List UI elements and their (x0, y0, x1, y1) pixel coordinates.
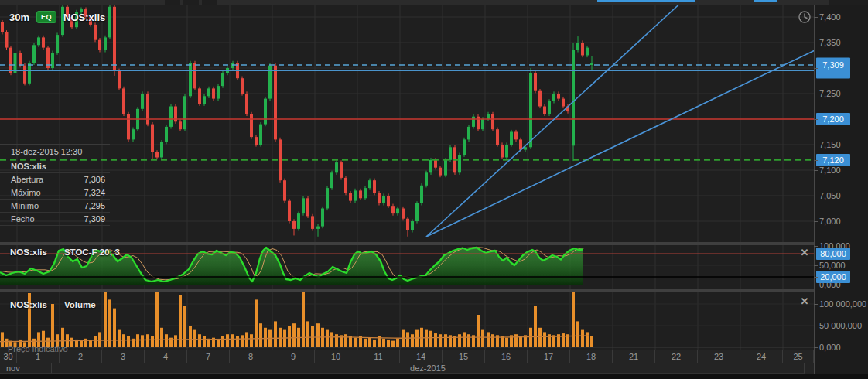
candle-body (411, 221, 414, 230)
price-level-label[interactable]: 7,120 (816, 154, 850, 166)
data-window-row: Máximo7,324 (0, 186, 110, 200)
indicative-price-label: Preço indicativo (8, 344, 68, 353)
volume-bar (529, 328, 532, 347)
volume-bar (586, 332, 589, 347)
trend-line[interactable] (426, 0, 684, 237)
volume-bar (487, 332, 490, 347)
volume-bar (203, 336, 206, 347)
volume-bar (264, 328, 267, 347)
day-cell-21: 21 (613, 350, 655, 364)
candle-body (288, 201, 291, 221)
axis-tick (814, 347, 818, 348)
candle-body (255, 137, 258, 145)
volume-bar (534, 306, 537, 347)
volume-bar (279, 328, 282, 347)
volume-bar (354, 338, 357, 347)
volume-bar (250, 334, 253, 347)
toolbar-block (183, 0, 199, 5)
volume-indicator-label[interactable]: Volume (64, 300, 96, 309)
candle-body (311, 216, 314, 229)
day-cell-4: 4 (145, 350, 187, 364)
price-level-label[interactable]: 7,200 (816, 113, 850, 125)
stoch-indicator-label[interactable]: STOC-F 20; 3 (64, 248, 120, 257)
candle-body (487, 114, 490, 119)
candle-body (217, 86, 220, 99)
price-tick-label: 7,100 (819, 166, 841, 175)
session-clock-icon[interactable] (798, 10, 812, 24)
volume-bar (118, 330, 121, 347)
volume-tick-label: 0,000 (819, 343, 841, 352)
volume-bar (231, 334, 234, 347)
axis-tick (814, 246, 818, 247)
candle-body (429, 160, 432, 173)
field-value: 7,324 (84, 188, 105, 197)
volume-bar (311, 326, 314, 347)
candle-body (586, 48, 589, 56)
candle-body (524, 147, 527, 149)
close-volume-button[interactable]: ✕ (799, 296, 810, 307)
volume-bar (562, 333, 565, 347)
close-stoch-button[interactable]: ✕ (799, 248, 810, 258)
symbol-label: NOS:xlis (63, 12, 105, 23)
volume-bar (146, 334, 149, 347)
volume-bar (449, 335, 452, 347)
volume-bar (481, 330, 484, 347)
candle-body (344, 178, 347, 193)
candle-body (250, 114, 253, 137)
volume-tick-label: 100 000,000 (819, 299, 866, 309)
candle-body (444, 160, 447, 176)
axis-tick (814, 277, 818, 278)
candle-body (378, 193, 381, 203)
price-alert-label[interactable]: 7,309 (816, 58, 850, 79)
axis-tick (814, 285, 818, 285)
candle-body (241, 78, 244, 94)
toolbar-block (165, 0, 180, 5)
chart-canvas[interactable] (0, 0, 868, 379)
volume-bar (519, 336, 522, 347)
candle-body (104, 37, 107, 50)
field-label: Máximo (11, 188, 41, 197)
day-cell-23: 23 (698, 350, 740, 364)
price-tick-label: 7,400 (819, 12, 841, 22)
candle-body (321, 209, 324, 227)
volume-bar (127, 336, 130, 347)
candle-body (368, 180, 371, 188)
date-axis[interactable]: 301234789101114151617182122232425 (0, 350, 814, 364)
volume-bar (306, 321, 309, 347)
volume-bar (330, 332, 333, 347)
candle-body (354, 190, 357, 200)
candle-body (37, 37, 40, 45)
day-cell-11: 11 (357, 350, 400, 364)
volume-bar (198, 334, 201, 347)
candle-body (472, 117, 475, 127)
candle-body (382, 196, 385, 203)
candle-body (548, 101, 551, 114)
candle-body (581, 43, 584, 56)
candle-body (108, 7, 111, 38)
stoch-level-label[interactable]: 20,000 (816, 271, 850, 283)
equity-badge: EQ (36, 11, 56, 23)
volume-bar (193, 330, 196, 347)
candle-body (458, 155, 461, 172)
volume-bar (572, 292, 575, 347)
volume-bar (543, 332, 546, 347)
volume-bar (80, 341, 83, 347)
candle-body (425, 172, 428, 186)
volume-header: NOS:xlis Volume (10, 300, 96, 309)
stoch-level-label[interactable]: 80,000 (816, 248, 850, 260)
candle-body (477, 117, 480, 130)
volume-bar (236, 336, 239, 347)
top-toolbar-strip (0, 0, 868, 5)
volume-bar (467, 334, 470, 347)
volume-bar (364, 339, 367, 347)
candle-body (98, 40, 101, 50)
volume-bar (387, 340, 390, 347)
candle-body (340, 162, 343, 178)
timeframe-selector[interactable]: 30m (9, 12, 29, 23)
day-cell-14: 14 (400, 350, 443, 364)
candle-body (576, 43, 579, 50)
axis-tick (814, 94, 818, 94)
candle-body (514, 132, 518, 140)
day-cell-9: 9 (272, 350, 315, 364)
candle-body (42, 37, 45, 47)
